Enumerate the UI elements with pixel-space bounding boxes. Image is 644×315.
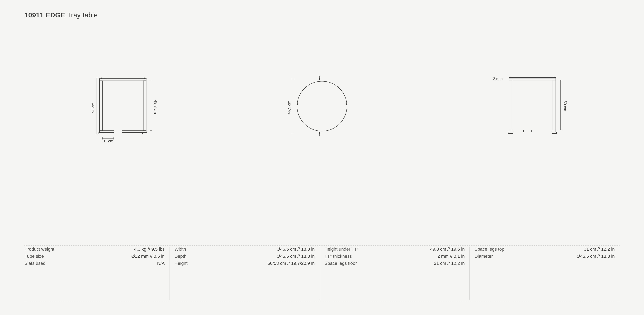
svg-text:46,5 cm: 46,5 cm [288, 101, 291, 114]
spec-label-depth: Depth [174, 254, 204, 259]
spec-value-diameter: Ø46,5 cm // 18,3 in [576, 254, 615, 259]
specs-col-3: Height under TT* 49,8 cm // 19,6 in TT* … [324, 247, 470, 300]
svg-rect-4 [122, 131, 146, 133]
separator-bottom [24, 302, 620, 302]
specs-col-2: Width Ø46,5 cm // 18,3 in Depth Ø46,5 cm… [174, 247, 320, 300]
svg-text:31 cm: 31 cm [103, 139, 113, 143]
svg-rect-42 [509, 130, 524, 132]
spec-label-height: Height [174, 261, 204, 266]
svg-text:49,8 cm: 49,8 cm [154, 100, 158, 114]
svg-rect-39 [509, 78, 556, 80]
spec-label-weight: Product weight [24, 247, 54, 252]
view-side: 2 mm [486, 69, 554, 162]
spec-value-height: 50/53 cm // 19,7/20,9 in [268, 261, 315, 266]
svg-rect-0 [100, 79, 146, 81]
spec-row-weight: Product weight 4,3 kg // 9,5 lbs [24, 247, 165, 252]
product-type: Tray table [67, 11, 98, 19]
product-name: EDGE [46, 11, 65, 19]
svg-point-22 [297, 81, 347, 131]
specs-area: Product weight 4,3 kg // 9,5 lbs Tube si… [24, 247, 620, 300]
spec-value-tube: Ø12 mm // 0,5 in [132, 254, 165, 259]
svg-rect-6 [142, 133, 147, 134]
spec-label-space-legs-floor: Space legs floor [324, 261, 357, 266]
view-front: 53 cm 49,8 cm 31 cm [90, 69, 158, 162]
spec-value-height-under-tt: 49,8 cm // 19,6 in [430, 247, 465, 252]
spec-value-width: Ø46,5 cm // 18,3 in [276, 247, 315, 252]
spec-row-slats: Slats used N/A [24, 261, 165, 266]
spec-label-slats: Slats used [24, 261, 54, 266]
spec-value-weight: 4,3 kg // 9,5 lbs [134, 247, 165, 252]
title-area: 10911 EDGE Tray table [24, 11, 98, 19]
svg-rect-44 [508, 132, 513, 134]
spec-value-space-legs-top: 31 cm // 12,2 in [584, 247, 615, 252]
spec-value-tt-thickness: 2 mm // 0,1 in [438, 254, 465, 259]
spec-row-depth: Depth Ø46,5 cm // 18,3 in [174, 254, 315, 259]
svg-rect-41 [553, 80, 556, 130]
spec-row-tt-thickness: TT* thickness 2 mm // 0,1 in [324, 254, 465, 259]
spec-label-space-legs-top: Space legs top [474, 247, 504, 252]
spec-row-width: Width Ø46,5 cm // 18,3 in [174, 247, 315, 252]
svg-rect-43 [532, 130, 556, 132]
svg-rect-45 [552, 132, 556, 134]
spec-label-tt-thickness: TT* thickness [324, 254, 354, 259]
spec-value-slats: N/A [157, 261, 165, 266]
spec-value-depth: Ø46,5 cm // 18,3 in [276, 254, 315, 259]
spec-label-tube: Tube size [24, 254, 54, 259]
separator-top [24, 246, 620, 246]
svg-point-29 [346, 104, 347, 105]
svg-point-30 [297, 104, 298, 105]
spec-row-height-under-tt: Height under TT* 49,8 cm // 19,6 in [324, 247, 465, 252]
svg-text:50 cm: 50 cm [563, 101, 567, 111]
product-id: 10911 [24, 11, 44, 19]
specs-col-1: Product weight 4,3 kg // 9,5 lbs Tube si… [24, 247, 170, 300]
svg-rect-3 [100, 131, 114, 133]
spec-row-space-legs-top: Space legs top 31 cm // 12,2 in [474, 247, 615, 252]
svg-point-47 [510, 77, 512, 78]
spec-label-width: Width [174, 247, 204, 252]
drawings-container: 53 cm 49,8 cm 31 cm [24, 51, 620, 180]
spec-row-diameter: Diameter Ø46,5 cm // 18,3 in [474, 254, 615, 259]
svg-rect-2 [143, 81, 146, 131]
svg-point-48 [553, 77, 554, 78]
svg-rect-1 [100, 81, 102, 131]
svg-text:2 mm: 2 mm [493, 77, 503, 81]
svg-rect-40 [509, 80, 512, 130]
svg-text:53 cm: 53 cm [91, 102, 95, 113]
spec-label-diameter: Diameter [474, 254, 504, 259]
svg-point-8 [101, 77, 102, 79]
svg-point-9 [144, 77, 145, 79]
specs-col-4: Space legs top 31 cm // 12,2 in Diameter… [474, 247, 620, 300]
spec-row-space-legs-floor: Space legs floor 31 cm // 12,2 in [324, 261, 465, 266]
spec-row-tube: Tube size Ø12 mm // 0,5 in [24, 254, 165, 259]
spec-label-height-under-tt: Height under TT* [324, 247, 359, 252]
spec-row-height: Height 50/53 cm // 19,7/20,9 in [174, 261, 315, 266]
spec-value-space-legs-floor: 31 cm // 12,2 in [434, 261, 465, 266]
svg-rect-5 [99, 133, 103, 134]
view-top: 46,5 cm [288, 69, 356, 162]
